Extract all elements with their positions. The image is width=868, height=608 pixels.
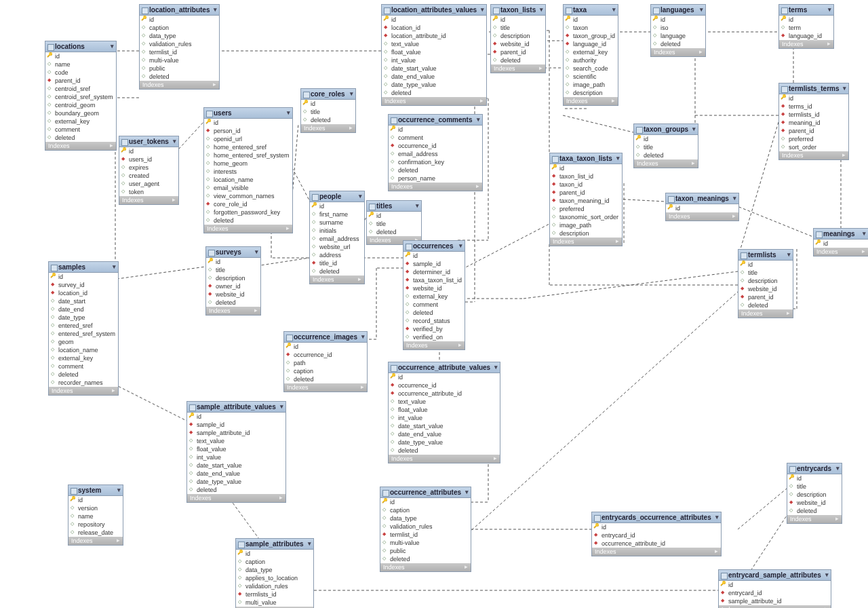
table-taxa[interactable]: taxaidtaxontaxon_group_idlanguage_idexte…	[563, 4, 618, 106]
table-occurrence_attribute_values[interactable]: occurrence_attribute_valuesidoccurrence_…	[388, 362, 500, 463]
table-languages[interactable]: languagesidisolanguagedeletedIndexes	[650, 4, 706, 57]
indexes-footer[interactable]: Indexes	[206, 307, 260, 315]
table-termlists[interactable]: termlistsidtitledescriptionwebsite_idpar…	[738, 249, 793, 318]
table-header[interactable]: occurrence_images	[284, 332, 367, 343]
column-id: id	[738, 261, 793, 269]
table-header[interactable]: people	[310, 191, 364, 202]
table-sample_attribute_values[interactable]: sample_attribute_valuesidsample_idsample…	[186, 401, 286, 503]
column-sample_attribute_id: sample_attribute_id	[187, 429, 285, 437]
column-validation_rules: validation_rules	[140, 40, 219, 48]
table-location_attributes_values[interactable]: location_attributes_valuesidlocation_idl…	[381, 4, 487, 106]
table-header[interactable]: locations	[45, 41, 116, 52]
indexes-footer[interactable]: Indexes	[204, 225, 292, 233]
table-header[interactable]: occurrence_comments	[389, 115, 482, 126]
table-taxon_lists[interactable]: taxon_listsidtitledescriptionwebsite_idp…	[490, 4, 546, 73]
table-header[interactable]: location_attributes_values	[382, 5, 486, 16]
column-id: id	[389, 126, 482, 134]
table-titles[interactable]: titlesidtitledeletedIndexes	[366, 200, 422, 245]
table-entrycards[interactable]: entrycardsidtitledescriptionwebsite_idde…	[787, 463, 842, 524]
table-samples[interactable]: samplesidsurvey_idlocation_iddate_startd…	[48, 261, 119, 396]
indexes-footer[interactable]: Indexes	[779, 40, 833, 48]
indexes-footer[interactable]: Indexes	[738, 309, 793, 318]
indexes-footer[interactable]: Indexes	[68, 537, 123, 545]
table-occurrence_comments[interactable]: occurrence_commentsidcommentoccurrence_i…	[388, 114, 483, 191]
table-surveys[interactable]: surveysidtitledescriptionowner_idwebsite…	[205, 246, 261, 316]
table-taxa_taxon_lists[interactable]: taxa_taxon_listsidtaxon_list_idtaxon_idp…	[549, 153, 623, 246]
indexes-footer[interactable]: Indexes	[491, 64, 545, 73]
table-termlists_terms[interactable]: termlists_termsidterms_idtermlists_idmea…	[778, 83, 849, 160]
indexes-footer[interactable]: Indexes	[403, 341, 465, 349]
indexes-footer[interactable]: Indexes	[45, 142, 116, 150]
indexes-footer[interactable]: Indexes	[814, 248, 868, 256]
indexes-footer[interactable]: Indexes	[651, 48, 705, 56]
indexes-footer[interactable]: Indexes	[666, 212, 738, 221]
table-header[interactable]: taxon_lists	[491, 5, 545, 16]
indexes-footer[interactable]: Indexes	[119, 196, 178, 204]
indexes-footer[interactable]: Indexes	[187, 494, 285, 502]
table-header[interactable]: entrycards_occurrence_attributes	[592, 512, 721, 523]
table-sample_attributes[interactable]: sample_attributesidcaptiondata_typeappli…	[235, 538, 314, 608]
table-header[interactable]: taxa	[564, 5, 618, 16]
table-locations[interactable]: locationsidnamecodeparent_idcentroid_sre…	[45, 41, 117, 151]
indexes-footer[interactable]: Indexes	[779, 151, 848, 159]
indexes-footer[interactable]: Indexes	[787, 515, 842, 523]
column-openid_url: openid_url	[204, 135, 292, 143]
table-header[interactable]: terms	[779, 5, 833, 16]
table-header[interactable]: titles	[367, 201, 421, 212]
indexes-footer[interactable]: Indexes	[140, 81, 219, 89]
table-people[interactable]: peopleidfirst_namesurnameinitialsemail_a…	[309, 191, 365, 284]
indexes-footer[interactable]: Indexes	[389, 455, 500, 463]
table-header[interactable]: occurrence_attribute_values	[389, 362, 500, 373]
table-header[interactable]: taxa_taxon_lists	[550, 153, 622, 164]
indexes-footer[interactable]: Indexes	[382, 97, 486, 105]
table-header[interactable]: system	[68, 485, 123, 496]
table-core_roles[interactable]: core_rolesidtitledeletedIndexes	[300, 88, 356, 133]
table-header[interactable]: occurrence_attributes	[380, 487, 471, 498]
table-header[interactable]: samples	[49, 262, 118, 273]
table-header[interactable]: user_tokens	[119, 136, 178, 147]
column-boundary_geom: boundary_geom	[45, 109, 116, 117]
indexes-footer[interactable]: Indexes	[634, 159, 698, 168]
indexes-footer[interactable]: Indexes	[310, 276, 364, 284]
table-header[interactable]: sample_attribute_values	[187, 402, 285, 413]
table-header[interactable]: entrycards	[787, 463, 842, 474]
table-header[interactable]: occurrences	[403, 241, 465, 252]
table-terms[interactable]: termsidtermlanguage_idIndexes	[778, 4, 834, 49]
table-meanings[interactable]: meaningsidIndexes	[813, 228, 868, 256]
indexes-footer[interactable]: Indexes	[719, 605, 831, 608]
indexes-footer[interactable]: Indexes	[301, 124, 355, 132]
column-centroid_sref_system: centroid_sref_system	[45, 93, 116, 101]
table-header[interactable]: meanings	[814, 229, 868, 240]
table-occurrence_attributes[interactable]: occurrence_attributesidcaptiondata_typev…	[380, 487, 471, 572]
table-entrycards_occurrence_attributes[interactable]: entrycards_occurrence_attributesidentryc…	[591, 512, 722, 556]
indexes-footer[interactable]: Indexes	[49, 387, 118, 395]
table-header[interactable]: surveys	[206, 247, 260, 258]
table-entrycard_sample_attributes[interactable]: entrycard_sample_attributesidentrycard_i…	[718, 569, 831, 608]
table-taxon_meanings[interactable]: taxon_meaningsidIndexes	[665, 193, 739, 221]
table-header[interactable]: taxon_meanings	[666, 193, 738, 204]
indexes-footer[interactable]: Indexes	[564, 97, 618, 105]
table-occurrence_images[interactable]: occurrence_imagesidoccurrence_idpathcapt…	[283, 331, 368, 392]
table-header[interactable]: termlists	[738, 250, 793, 261]
table-location_attributes[interactable]: location_attributesidcaptiondata_typeval…	[139, 4, 220, 90]
indexes-footer[interactable]: Indexes	[284, 383, 367, 392]
table-header[interactable]: core_roles	[301, 89, 355, 100]
column-website_id: website_id	[206, 290, 260, 299]
indexes-footer[interactable]: Indexes	[592, 548, 721, 556]
table-header[interactable]: taxon_groups	[634, 124, 698, 135]
table-header[interactable]: entrycard_sample_attributes	[719, 570, 831, 581]
column-date_start_value: date_start_value	[187, 461, 285, 470]
indexes-footer[interactable]: Indexes	[550, 238, 622, 246]
table-user_tokens[interactable]: user_tokensidusers_idexpirescreateduser_…	[119, 136, 179, 205]
indexes-footer[interactable]: Indexes	[380, 563, 471, 571]
indexes-footer[interactable]: Indexes	[389, 183, 482, 191]
table-users[interactable]: usersidperson_idopenid_urlhome_entered_s…	[203, 107, 293, 233]
table-occurrences[interactable]: occurrencesidsample_iddeterminer_idtaxa_…	[403, 240, 465, 350]
table-system[interactable]: systemidversionnamerepositoryrelease_dat…	[68, 484, 123, 546]
table-header[interactable]: languages	[651, 5, 705, 16]
table-header[interactable]: termlists_terms	[779, 83, 848, 94]
table-taxon_groups[interactable]: taxon_groupsidtitledeletedIndexes	[633, 124, 698, 168]
table-header[interactable]: sample_attributes	[236, 539, 313, 550]
table-header[interactable]: location_attributes	[140, 5, 219, 16]
table-header[interactable]: users	[204, 108, 292, 119]
